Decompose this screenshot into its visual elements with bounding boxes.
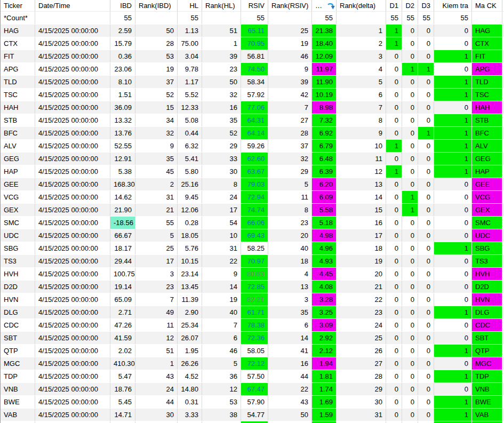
cell-d2[interactable]: 1: [402, 191, 418, 203]
cell-rank_delta[interactable]: 13: [337, 178, 386, 190]
cell-rank_hl[interactable]: 35: [202, 114, 241, 126]
cell-d3[interactable]: 0: [418, 204, 434, 216]
cell-delta[interactable]: 10.19: [312, 89, 337, 101]
cell-date[interactable]: 4/15/2025 00:00:00: [35, 204, 110, 216]
cell-rank_delta[interactable]: 23: [337, 306, 386, 318]
cell-rank_hl[interactable]: 1: [202, 37, 241, 50]
cell-rank_ibd[interactable]: 43: [135, 370, 178, 382]
cell-rsiv[interactable]: 59.26: [241, 140, 268, 152]
cell-kiem_tra[interactable]: 0: [434, 37, 472, 50]
cell-d1[interactable]: 0: [386, 281, 402, 293]
cell-hl[interactable]: 9.45: [178, 191, 202, 203]
cell-rank_ibd[interactable]: 7: [135, 293, 178, 306]
cell-hl[interactable]: 12.33: [178, 101, 202, 114]
cell-delta[interactable]: 6.39: [312, 165, 337, 178]
cell-d3[interactable]: 0: [418, 332, 434, 344]
cell-rsiv[interactable]: 80.83: [241, 268, 268, 280]
cell-d3[interactable]: 0: [418, 345, 434, 357]
cell-hl[interactable]: 1.17: [178, 76, 202, 88]
cell-rank_hl[interactable]: 53: [202, 396, 241, 408]
cell-delta[interactable]: 5.58: [312, 204, 337, 216]
cell-delta[interactable]: 4.93: [312, 255, 337, 267]
cell-rsiv[interactable]: 79.03: [241, 178, 268, 190]
cell-d1[interactable]: 1: [386, 37, 402, 50]
cell-rank_ibd[interactable]: 34: [135, 114, 178, 126]
cell-date[interactable]: 4/15/2025 00:00:00: [35, 383, 110, 395]
cell-rank_ibd[interactable]: 45: [135, 165, 178, 178]
cell-rank_hl[interactable]: 8: [202, 178, 241, 190]
cell-ma_ck[interactable]: STB: [472, 114, 502, 126]
cell-kiem_tra[interactable]: 1: [434, 242, 472, 254]
cell-kiem_tra[interactable]: 0: [434, 217, 472, 229]
cell-rsiv[interactable]: 58.05: [241, 345, 268, 357]
cell-hl[interactable]: 9.78: [178, 63, 202, 75]
cell-rank_ibd[interactable]: 53: [135, 50, 178, 62]
cell-ticker[interactable]: VNB: [1, 383, 35, 395]
cell-rank_hl[interactable]: 50: [202, 76, 241, 88]
cell-delta[interactable]: 12.09: [312, 50, 337, 62]
cell-rsiv[interactable]: 67.47: [241, 383, 268, 395]
cell-ibd[interactable]: 66.67: [110, 229, 135, 242]
cell-kiem_tra[interactable]: 0: [434, 101, 472, 114]
cell-hl[interactable]: 5.80: [178, 165, 202, 178]
cell-d2[interactable]: 0: [402, 383, 418, 395]
cell-ma_ck[interactable]: HAG: [472, 25, 502, 37]
cell-d1[interactable]: 0: [386, 101, 402, 114]
cell-ticker[interactable]: TDP: [1, 370, 35, 382]
cell-ticker[interactable]: APG: [1, 63, 35, 75]
cell-rank_hl[interactable]: 52: [202, 127, 241, 139]
cell-ibd[interactable]: 29.44: [110, 255, 135, 267]
cell-rank_delta[interactable]: 12: [337, 165, 386, 178]
cell-delta[interactable]: 4.98: [312, 229, 337, 242]
cell-rank_hl[interactable]: 23: [202, 63, 241, 75]
cell-ma_ck[interactable]: TLD: [472, 76, 502, 88]
cell-d1[interactable]: 0: [386, 319, 402, 331]
cell-d1[interactable]: 0: [386, 114, 402, 126]
cell-rank_hl[interactable]: [202, 12, 241, 24]
header-rank_ibd[interactable]: Rank(IBD): [135, 0, 178, 11]
cell-ticker[interactable]: STB: [1, 114, 35, 126]
cell-d3[interactable]: 0: [418, 319, 434, 331]
cell-kiem_tra[interactable]: 1: [434, 409, 472, 421]
header-rsiv[interactable]: RSIV: [241, 0, 268, 11]
cell-rank_ibd[interactable]: 12: [135, 332, 178, 344]
header-ma_ck[interactable]: Ma CK: [472, 0, 502, 11]
cell-ma_ck[interactable]: CDC: [472, 319, 502, 331]
cell-d3[interactable]: 0: [418, 409, 434, 421]
cell-d3[interactable]: 0: [418, 383, 434, 395]
header-delta[interactable]: …: [312, 0, 337, 11]
cell-kiem_tra[interactable]: 1: [434, 153, 472, 165]
cell-d3[interactable]: 1: [418, 127, 434, 139]
cell-rsiv[interactable]: 57.50: [241, 370, 268, 382]
cell-ibd[interactable]: 0.36: [110, 50, 135, 62]
cell-d1[interactable]: 0: [386, 153, 402, 165]
cell-d1[interactable]: 1: [386, 165, 402, 178]
cell-kiem_tra[interactable]: 0: [434, 268, 472, 280]
cell-rank_rsiv[interactable]: 41: [268, 345, 312, 357]
cell-rank_rsiv[interactable]: 4: [268, 268, 312, 280]
cell-kiem_tra[interactable]: 0: [434, 204, 472, 216]
cell-d2[interactable]: 0: [402, 153, 418, 165]
cell-ibd[interactable]: 55: [110, 12, 135, 24]
cell-rank_hl[interactable]: 36: [202, 370, 241, 382]
cell-d2[interactable]: 0: [402, 76, 418, 88]
cell-d1[interactable]: 0: [386, 332, 402, 344]
cell-ticker[interactable]: SMC: [1, 217, 35, 229]
cell-ibd[interactable]: 2.71: [110, 306, 135, 318]
cell-kiem_tra[interactable]: 0: [434, 229, 472, 242]
cell-rank_hl[interactable]: 16: [202, 101, 241, 114]
cell-date[interactable]: 4/15/2025 00:00:00: [35, 293, 110, 306]
cell-ma_ck[interactable]: [472, 12, 502, 24]
cell-rsiv[interactable]: 74.74: [241, 204, 268, 216]
header-hl[interactable]: HL: [178, 0, 202, 11]
cell-rank_rsiv[interactable]: 6: [268, 319, 312, 331]
cell-hl[interactable]: 2.90: [178, 306, 202, 318]
cell-date[interactable]: [35, 12, 110, 24]
cell-rank_rsiv[interactable]: 50: [268, 409, 312, 421]
cell-ticker[interactable]: HAP: [1, 165, 35, 178]
cell-ticker[interactable]: D2D: [1, 281, 35, 293]
cell-ibd[interactable]: 168.30: [110, 178, 135, 190]
cell-d1[interactable]: 1: [386, 25, 402, 37]
cell-rank_rsiv[interactable]: 23: [268, 217, 312, 229]
cell-d1[interactable]: 0: [386, 63, 402, 75]
